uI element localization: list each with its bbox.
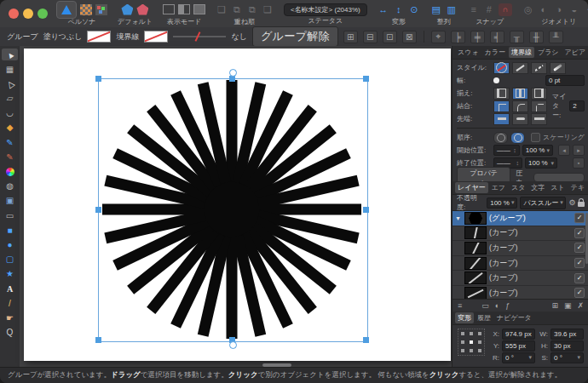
insert-outside-icon[interactable]: ⊠ bbox=[402, 31, 417, 43]
revert-defaults-icon[interactable] bbox=[136, 4, 148, 15]
move-tool[interactable]: ▲ bbox=[2, 49, 18, 60]
pixel-view-icon[interactable] bbox=[193, 4, 205, 14]
snapping-toggle-icon[interactable]: ∩ bbox=[499, 3, 512, 16]
view-tool[interactable]: ☛ bbox=[2, 312, 18, 323]
selection-handle-ne[interactable] bbox=[363, 76, 369, 82]
panel-tab[interactable]: ナビゲータ bbox=[494, 312, 534, 323]
panel-tab[interactable]: レイヤー bbox=[455, 182, 488, 193]
stroke-width-knob[interactable] bbox=[493, 77, 499, 83]
layer-row[interactable]: ▼ (グループ) ✓ bbox=[453, 211, 588, 226]
round-cap-button[interactable] bbox=[512, 113, 528, 125]
selection-handle-e[interactable] bbox=[363, 207, 369, 213]
edit-all-layers-icon[interactable]: ≡ bbox=[458, 301, 462, 310]
transform-field-input[interactable]: 555 px▾ bbox=[502, 340, 535, 352]
text-tool[interactable]: A bbox=[2, 283, 18, 294]
transform-field-input[interactable]: 0 °▾ bbox=[502, 352, 535, 363]
gradient-tool[interactable] bbox=[2, 166, 18, 178]
align-top-icon[interactable]: ╥ bbox=[510, 31, 524, 43]
insert-front-icon[interactable]: ⊟ bbox=[363, 31, 378, 43]
add-group-icon[interactable]: ▣ bbox=[564, 301, 572, 310]
rotate-icon[interactable]: ⊙ bbox=[408, 3, 420, 15]
layer-visibility-checkbox[interactable]: ✓ bbox=[574, 228, 585, 238]
layer-visibility-checkbox[interactable]: ✓ bbox=[574, 243, 585, 253]
layer-row[interactable]: ▼ (カーブ) ✓ bbox=[453, 286, 588, 299]
panel-tab[interactable]: スウォ bbox=[455, 47, 481, 58]
artboard-tool[interactable]: ▦ bbox=[2, 63, 18, 75]
transform-field-input[interactable]: 974.9 px▾ bbox=[502, 329, 535, 340]
close-window-button[interactable] bbox=[9, 9, 19, 19]
insert-inside-icon[interactable]: ⊡ bbox=[383, 31, 397, 43]
layer-visibility-checkbox[interactable]: ✓ bbox=[574, 213, 585, 223]
layer-row[interactable]: ▼ (カーブ) ✓ bbox=[453, 271, 588, 286]
panel-tab[interactable]: スタ bbox=[509, 182, 527, 193]
boolean-combine-icon[interactable]: ◓ bbox=[584, 3, 588, 15]
minimize-window-button[interactable] bbox=[23, 9, 33, 19]
panel-tab[interactable]: ブラシ bbox=[535, 47, 562, 58]
expand-group-icon[interactable]: ▼ bbox=[455, 215, 462, 221]
rectangle-tool[interactable]: ■ bbox=[2, 224, 18, 236]
export-persona-icon[interactable] bbox=[95, 4, 107, 15]
panel-tab[interactable]: 文字 bbox=[528, 182, 547, 193]
transform-anchor-icon[interactable]: ⌖ bbox=[431, 31, 446, 43]
stroke-front-fill-button[interactable] bbox=[510, 132, 525, 144]
align-bottom-icon[interactable]: ╨ bbox=[549, 31, 563, 43]
boolean-intersect-icon[interactable]: ◑ bbox=[553, 3, 565, 15]
layer-row[interactable]: ▼ (カーブ) ✓ bbox=[453, 226, 588, 242]
anchor-point-selector[interactable] bbox=[458, 329, 485, 356]
layer-visibility-checkbox[interactable]: ✓ bbox=[574, 258, 585, 268]
delete-layer-icon[interactable]: ✗ bbox=[577, 301, 584, 310]
move-backward-icon[interactable]: ⧉ bbox=[246, 3, 258, 15]
square-cap-button[interactable] bbox=[531, 113, 547, 125]
blend-options-gear-icon[interactable]: ⚙ bbox=[568, 198, 575, 207]
snap-guides-icon[interactable]: # bbox=[483, 3, 495, 15]
rotation-handle[interactable] bbox=[229, 69, 237, 77]
panel-tab[interactable]: 履歴 bbox=[475, 312, 493, 323]
ungroup-button[interactable]: グループ解除 bbox=[252, 26, 338, 47]
panel-tab[interactable]: アピア bbox=[562, 47, 588, 58]
stroke-style-none-button[interactable] bbox=[493, 62, 510, 74]
transform-field-input[interactable]: 30 px▾ bbox=[551, 340, 584, 352]
selection-handle-n[interactable] bbox=[229, 76, 235, 82]
place-image-tool[interactable]: ▣ bbox=[2, 195, 18, 207]
layer-row[interactable]: ▼ (カーブ) ✓ bbox=[453, 256, 588, 272]
add-layer-icon[interactable]: ⊞ bbox=[551, 301, 558, 310]
transform-field-input[interactable]: 39.6 px▾ bbox=[551, 329, 584, 340]
align-left-icon[interactable]: ╞ bbox=[451, 31, 465, 43]
stroke-width-slider[interactable] bbox=[173, 36, 226, 37]
layer-visibility-checkbox[interactable]: ✓ bbox=[574, 273, 585, 283]
document-title-chip[interactable]: <名称未設定> (2043%) bbox=[284, 3, 367, 16]
swap-arrows-button[interactable]: ◂ bbox=[558, 145, 570, 156]
vector-brush-tool[interactable]: ✎ bbox=[2, 151, 18, 163]
blend-mode-select[interactable]: パススルー▾ bbox=[520, 197, 566, 209]
move-to-front-icon[interactable]: ❏ bbox=[216, 3, 228, 15]
canvas-area[interactable] bbox=[20, 46, 452, 368]
stroke-behind-fill-button[interactable] bbox=[493, 132, 508, 144]
rotation-handle-bottom[interactable] bbox=[229, 341, 237, 349]
stroke-style-dash-button[interactable] bbox=[531, 62, 547, 74]
move-forward-icon[interactable]: ⧉ bbox=[231, 3, 243, 15]
butt-cap-button[interactable] bbox=[493, 113, 510, 125]
bevel-join-button[interactable] bbox=[531, 100, 547, 112]
transform-field-input[interactable]: 0 °▾ bbox=[551, 352, 584, 363]
copy-arrow-button[interactable]: ▸ bbox=[573, 145, 585, 156]
pixel-persona-icon[interactable] bbox=[80, 4, 92, 15]
color-picker-tool[interactable]: / bbox=[2, 297, 18, 309]
layer-effects-icon[interactable]: ƒ bbox=[505, 301, 510, 310]
panel-tab[interactable]: 境界線 bbox=[509, 47, 534, 58]
selection-bounding-box[interactable] bbox=[98, 78, 368, 342]
insert-behind-icon[interactable]: ⊞ bbox=[343, 31, 358, 43]
pencil-tool[interactable]: ✎ bbox=[2, 136, 18, 148]
point-transform-tool[interactable]: ▱ bbox=[2, 93, 18, 105]
selection-handle-sw[interactable] bbox=[95, 337, 101, 343]
start-arrow-scale-input[interactable]: 100 %▾ bbox=[522, 145, 553, 156]
stroke-width-input[interactable]: 0 pt bbox=[545, 75, 585, 86]
synchronize-defaults-icon[interactable] bbox=[121, 4, 133, 15]
layer-row[interactable]: ▼ (カーブ) ✓ bbox=[453, 241, 588, 256]
align-center-icon[interactable]: ╪ bbox=[470, 31, 485, 43]
panel-tab[interactable]: テキ bbox=[568, 182, 587, 193]
panel-tab[interactable]: カラー bbox=[482, 47, 508, 58]
align-stroke-center-button[interactable] bbox=[512, 88, 528, 100]
boolean-add-icon[interactable]: ◎ bbox=[522, 3, 534, 15]
opacity-input[interactable]: 100 %▾ bbox=[487, 197, 517, 209]
distribute-icon[interactable]: ▥ bbox=[446, 3, 458, 15]
